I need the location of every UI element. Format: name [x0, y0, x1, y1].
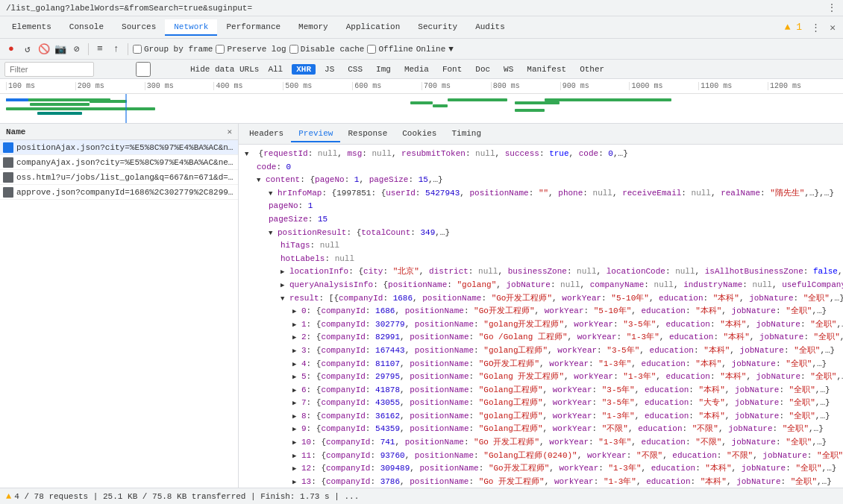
dtab-preview[interactable]: Preview [291, 126, 340, 142]
filter-manifest[interactable]: Manifest [522, 64, 571, 75]
waterfall-bar-10 [515, 101, 560, 104]
close-detail-button[interactable]: ✕ [227, 127, 232, 136]
group-by-frame-checkbox[interactable]: Group by frame [133, 45, 213, 54]
offline-checkbox[interactable]: Offline [367, 45, 413, 54]
dtab-timing[interactable]: Timing [444, 126, 489, 142]
warning-badge[interactable]: ▲ 1 [780, 19, 806, 36]
preserve-log-label: Preserve log [227, 45, 286, 54]
hide-data-urls-checkbox[interactable]: Hide data URLs [98, 62, 259, 77]
filter-img[interactable]: Img [372, 64, 395, 75]
filter-icon[interactable]: ⊘ [70, 42, 84, 56]
group-by-frame-input[interactable] [133, 45, 142, 54]
ruler-300ms: 300 ms [145, 82, 214, 90]
status-bar: ▲ 4 / 78 requests | 25.1 KB / 75.8 KB tr… [0, 488, 843, 504]
json-line-queryAnalysisInfo: queryAnalysisInfo: {positionName: "golan… [245, 279, 837, 292]
filter-css[interactable]: CSS [343, 64, 367, 75]
toggle-result[interactable] [281, 292, 289, 306]
request-item-0[interactable]: positionAjax.json?city=%E5%8C%97%E4%BA%A… [0, 140, 238, 155]
disable-cache-input[interactable] [289, 45, 298, 54]
request-item-3[interactable]: approve.json?companyId=1686%2C302779%2C8… [0, 185, 238, 200]
json-line-positionResult: positionResult: {totalCount: 349,…} [245, 227, 837, 240]
waterfall-bar-7 [410, 101, 433, 104]
toggle-result-13[interactable] [292, 476, 301, 488]
toggle-positionResult[interactable] [269, 227, 278, 240]
toggle-result-12[interactable] [292, 462, 301, 476]
separator-2 [128, 43, 128, 55]
toggle-queryAnalysisInfo[interactable] [281, 279, 289, 292]
json-line-result-3: 3: {companyId: 167443, positionName: "go… [245, 344, 837, 358]
main-area: Name ✕ positionAjax.json?city=%E5%8C%97%… [0, 124, 843, 488]
toggle-result-1[interactable] [292, 318, 301, 332]
filter-input[interactable] [4, 62, 94, 77]
filter-all[interactable]: All [263, 64, 287, 75]
toggle-result-9[interactable] [292, 423, 301, 436]
toggle-result-6[interactable] [292, 384, 301, 397]
url-menu-icon[interactable]: ⋮ [827, 1, 837, 14]
request-name-0: positionAjax.json?city=%E5%8C%97%E4%BA%A… [16, 143, 235, 152]
tab-application[interactable]: Application [337, 19, 410, 36]
filter-font[interactable]: Font [438, 64, 466, 75]
toggle-result-7[interactable] [292, 397, 301, 410]
disable-cache-checkbox[interactable]: Disable cache [289, 45, 365, 54]
name-column-header: Name [6, 127, 227, 136]
filter-doc[interactable]: Doc [471, 64, 495, 75]
ruler-marks: 100 ms 200 ms 300 ms 400 ms 500 ms 600 m… [6, 82, 837, 90]
request-item-1[interactable]: companyAjax.json?city=%E5%8C%97%E4%BA%AC… [0, 155, 238, 170]
toggle-locationInfo[interactable] [281, 265, 289, 279]
waterfall-bar-2 [6, 98, 28, 101]
preserve-log-checkbox[interactable]: Preserve log [216, 45, 286, 54]
tab-memory[interactable]: Memory [289, 19, 337, 36]
tab-sources[interactable]: Sources [113, 19, 165, 36]
toggle-result-11[interactable] [292, 450, 301, 463]
filter-js[interactable]: JS [320, 64, 339, 75]
toggle-result-5[interactable] [292, 371, 301, 384]
refresh-button[interactable]: ↺ [21, 42, 34, 56]
filter-media[interactable]: Media [400, 64, 433, 75]
screenshot-button[interactable]: 📷 [54, 42, 67, 56]
separator-1 [88, 43, 89, 55]
view-mode-icon[interactable]: ≡ [93, 42, 107, 56]
tab-console[interactable]: Console [60, 19, 113, 36]
clear-button[interactable]: 🚫 [37, 42, 51, 56]
tab-audits[interactable]: Audits [466, 19, 514, 36]
toggle-result-2[interactable] [292, 331, 301, 344]
toggle-root[interactable] [245, 148, 254, 161]
dtab-cookies[interactable]: Cookies [395, 126, 444, 142]
request-item-2[interactable]: oss.html?u=/jobs/list_golang&q=667&n=671… [0, 170, 238, 185]
toggle-result-8[interactable] [292, 410, 301, 423]
request-list-header: Name ✕ [0, 124, 238, 140]
toggle-result-4[interactable] [292, 358, 301, 371]
filter-other[interactable]: Other [575, 64, 609, 75]
timeline-area[interactable]: 100 ms 200 ms 300 ms 400 ms 500 ms 600 m… [0, 79, 843, 124]
toggle-result-0[interactable] [292, 305, 301, 318]
settings-icon[interactable]: ⋮ [806, 19, 825, 37]
tab-performance[interactable]: Performance [217, 19, 289, 36]
devtools-tab-bar: Elements Console Sources Network Perform… [0, 16, 843, 39]
toggle-hrInfoMap[interactable] [269, 187, 278, 201]
ruler-100ms: 100 ms [6, 82, 75, 90]
toggle-content[interactable] [257, 174, 266, 187]
record-button[interactable]: ● [4, 42, 18, 56]
tab-network[interactable]: Network [165, 19, 217, 36]
hide-data-urls-label: Hide data URLs [190, 65, 259, 74]
toggle-result-10[interactable] [292, 436, 301, 450]
json-line-hiTags: hiTags: null [245, 239, 837, 253]
offline-label: Offline [378, 45, 413, 54]
request-icon-1 [3, 157, 13, 168]
close-devtools-icon[interactable]: ✕ [825, 19, 840, 37]
offline-input[interactable] [367, 45, 376, 54]
import-icon[interactable]: ↑ [110, 42, 123, 56]
json-line-result-11: 11: {companyId: 93760, positionName: "Go… [245, 450, 837, 463]
toggle-result-3[interactable] [292, 344, 301, 358]
dtab-response[interactable]: Response [340, 126, 395, 142]
preserve-log-input[interactable] [216, 45, 225, 54]
filter-ws[interactable]: WS [499, 64, 518, 75]
warning-icon: ▲ [6, 491, 11, 502]
hide-data-urls-input[interactable] [98, 62, 188, 77]
tab-elements[interactable]: Elements [3, 19, 60, 36]
online-dropdown-icon[interactable]: ▼ [448, 45, 454, 54]
dtab-headers[interactable]: Headers [242, 126, 291, 142]
tab-security[interactable]: Security [409, 19, 466, 36]
filter-xhr[interactable]: XHR [292, 64, 316, 75]
ruler-800ms: 800 ms [491, 82, 560, 90]
